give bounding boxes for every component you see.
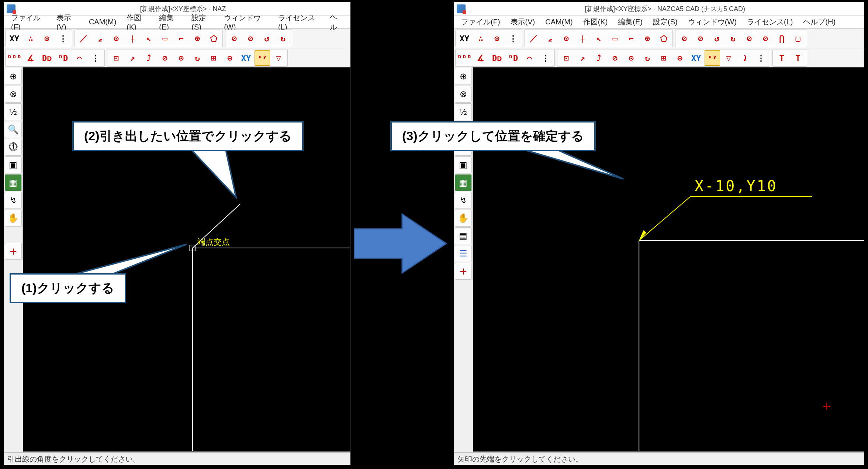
- btn-parallel[interactable]: ⟊: [575, 31, 590, 46]
- btn-d2[interactable]: ∡: [473, 50, 488, 66]
- menu-edit[interactable]: 編集(E): [154, 13, 186, 31]
- btn-d1[interactable]: ᴰᴰᴰ: [457, 50, 472, 66]
- search-icon[interactable]: 🔍: [5, 121, 22, 138]
- btn-m1[interactable]: ⊡: [559, 50, 574, 66]
- fit-icon[interactable]: ▣: [5, 156, 22, 173]
- grid-icon[interactable]: ▦: [5, 174, 22, 191]
- btn-xy[interactable]: XY: [7, 31, 22, 46]
- redraw-icon[interactable]: ↯: [5, 192, 22, 209]
- btn-e2[interactable]: ⊘: [693, 31, 708, 46]
- btn-m8[interactable]: ⊖: [672, 50, 688, 66]
- menu-window[interactable]: ウィンドウ(W): [219, 13, 273, 31]
- btn-overflow[interactable]: ⋮: [55, 31, 71, 46]
- btn-corner[interactable]: ⌐: [623, 31, 639, 46]
- menu-draw[interactable]: 作図(K): [578, 17, 613, 27]
- btn-m8[interactable]: ⊖: [222, 50, 238, 66]
- list-icon[interactable]: ☰: [455, 245, 472, 262]
- btn-cw[interactable]: ↻: [725, 31, 741, 46]
- btn-polygon[interactable]: ⬠: [656, 31, 671, 46]
- menu-license[interactable]: ライセンス(L): [273, 13, 325, 31]
- zoom-in-icon[interactable]: ⊕: [455, 68, 472, 85]
- redraw-icon[interactable]: ↯: [455, 192, 472, 209]
- pan-hand-icon[interactable]: ✋: [5, 210, 22, 227]
- btn-rect[interactable]: ▭: [607, 31, 623, 46]
- btn-e5[interactable]: ⊘: [741, 31, 757, 46]
- btn-points[interactable]: ∴: [473, 31, 488, 46]
- btn-m9[interactable]: XY: [238, 50, 254, 66]
- btn-m7[interactable]: ⊞: [656, 50, 671, 66]
- menu-settings[interactable]: 設定(S): [186, 13, 219, 31]
- btn-m2[interactable]: ↗: [575, 50, 590, 66]
- btn-e8[interactable]: ▢: [790, 31, 806, 46]
- btn-points[interactable]: ∴: [23, 31, 38, 46]
- btn-m6[interactable]: ↻: [640, 50, 655, 66]
- btn-cross-circle[interactable]: ⊕: [640, 31, 655, 46]
- menu-view[interactable]: 表示(V): [505, 17, 540, 27]
- btn-ccw[interactable]: ↺: [259, 31, 274, 46]
- btn-cross-circle[interactable]: ⊕: [190, 31, 205, 46]
- btn-text2[interactable]: T: [790, 50, 806, 66]
- fit-icon[interactable]: ▣: [455, 156, 472, 173]
- btn-m13[interactable]: ⋮: [753, 50, 769, 66]
- btn-d5[interactable]: ⌒: [72, 50, 87, 66]
- zoom-out-icon[interactable]: ⊗: [455, 86, 472, 103]
- menu-view[interactable]: 表示(V): [51, 13, 84, 31]
- btn-m4[interactable]: ⊘: [607, 50, 623, 66]
- zoom-half-icon[interactable]: ½: [5, 103, 22, 120]
- btn-overflow[interactable]: ⋮: [505, 31, 521, 46]
- btn-rect[interactable]: ▭: [157, 31, 173, 46]
- btn-parallel[interactable]: ⟊: [125, 31, 140, 46]
- btn-m6[interactable]: ↻: [190, 50, 205, 66]
- zoom-out-icon[interactable]: ⊗: [5, 86, 22, 103]
- menu-settings[interactable]: 設定(S): [648, 17, 683, 27]
- btn-ccw[interactable]: ↺: [709, 31, 725, 46]
- btn-d6[interactable]: ⋮: [538, 50, 553, 66]
- btn-circle[interactable]: ⊙: [559, 31, 574, 46]
- btn-m5[interactable]: ⊙: [623, 50, 639, 66]
- menu-cam[interactable]: CAM(M): [84, 18, 121, 26]
- menu-window[interactable]: ウィンドウ(W): [683, 17, 742, 27]
- pan-hand-icon[interactable]: ✋: [455, 210, 472, 227]
- btn-m4[interactable]: ⊘: [157, 50, 173, 66]
- btn-xy-leader[interactable]: ˣʸ: [705, 50, 720, 66]
- menu-cam[interactable]: CAM(M): [540, 18, 578, 26]
- menu-help[interactable]: ヘル: [325, 12, 348, 32]
- btn-d4[interactable]: ᴰD: [55, 50, 71, 66]
- layers-icon[interactable]: ▤: [455, 227, 472, 244]
- btn-angle[interactable]: ⦟: [92, 31, 108, 46]
- btn-e2[interactable]: ⊘: [243, 31, 258, 46]
- grid-icon[interactable]: ▦: [455, 174, 472, 191]
- btn-d6[interactable]: ⋮: [88, 50, 103, 66]
- btn-circle[interactable]: ⊙: [108, 31, 124, 46]
- menu-help[interactable]: ヘルプ(H): [798, 17, 841, 27]
- btn-m3[interactable]: ⤴: [591, 50, 606, 66]
- btn-angle[interactable]: ⦟: [542, 31, 558, 46]
- btn-m2[interactable]: ↗: [125, 50, 140, 66]
- btn-e6[interactable]: ⊘: [758, 31, 773, 46]
- btn-d3[interactable]: Dᴅ: [39, 50, 55, 66]
- one-icon[interactable]: ⓵: [5, 139, 22, 156]
- btn-e1[interactable]: ⊘: [677, 31, 692, 46]
- zoom-in-icon[interactable]: ⊕: [5, 68, 22, 85]
- plus-icon[interactable]: ＋: [455, 263, 472, 280]
- btn-cw[interactable]: ↻: [275, 31, 291, 46]
- btn-m12[interactable]: ⤸: [737, 50, 753, 66]
- btn-m11[interactable]: ▽: [271, 50, 286, 66]
- btn-d2[interactable]: ∡: [23, 50, 38, 66]
- btn-arrow[interactable]: ↖: [141, 31, 156, 46]
- btn-polygon[interactable]: ⬠: [206, 31, 221, 46]
- btn-m1[interactable]: ⊡: [108, 50, 124, 66]
- btn-d5[interactable]: ⌒: [522, 50, 537, 66]
- menu-file[interactable]: ファイル(F): [6, 13, 51, 31]
- btn-d1[interactable]: ᴰᴰᴰ: [7, 50, 22, 66]
- btn-text1[interactable]: T: [774, 50, 789, 66]
- btn-line[interactable]: ／: [526, 31, 542, 46]
- btn-d3[interactable]: Dᴅ: [489, 50, 505, 66]
- zoom-half-icon[interactable]: ½: [455, 103, 472, 120]
- btn-e1[interactable]: ⊘: [226, 31, 242, 46]
- btn-circle-dot[interactable]: ⊙: [489, 31, 505, 46]
- btn-m5[interactable]: ⊙: [173, 50, 189, 66]
- menu-license[interactable]: ライセンス(L): [742, 17, 798, 27]
- btn-d4[interactable]: ᴰD: [505, 50, 521, 66]
- btn-m3[interactable]: ⤴: [141, 50, 156, 66]
